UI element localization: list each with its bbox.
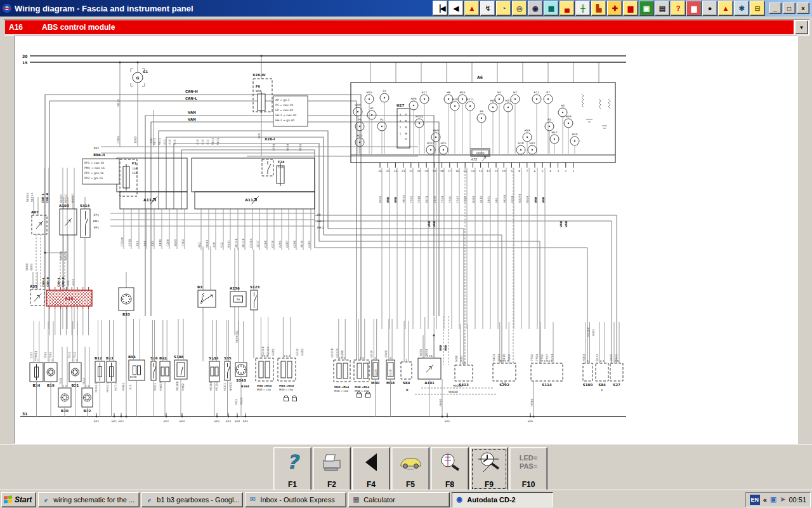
- svg-text:5 3: 5 3: [502, 382, 506, 385]
- task-autodata-cd-2[interactable]: ◉Autodata CD-2: [452, 492, 553, 507]
- car-data-icon[interactable]: ▆: [623, 1, 638, 16]
- nav-first-icon[interactable]: ▕◀: [433, 1, 448, 16]
- task-inbox-outlook-express[interactable]: ✉Inbox - Outlook Express: [245, 492, 346, 507]
- svg-text:M48 =Rhd: M48 =Rhd: [355, 385, 369, 389]
- svg-text:B13: B13: [106, 356, 114, 360]
- help-icon[interactable]: ?: [671, 1, 686, 16]
- svg-text:6291: 6291: [278, 240, 282, 248]
- svg-text:F1: F1: [132, 161, 136, 165]
- documents-icon[interactable]: ▤: [655, 1, 670, 16]
- svg-text:EP2: EP2: [94, 420, 100, 423]
- svg-text:E11: E11: [534, 91, 540, 94]
- task-wiring-schematic-for-the-[interactable]: ewiring schematic for the ...: [38, 492, 140, 507]
- svg-text:MDMC01: MDMC01: [235, 330, 239, 343]
- fn-button-f4[interactable]: F4: [352, 447, 390, 491]
- svg-text:3: 3: [390, 356, 391, 359]
- svg-text:P9: P9: [480, 110, 483, 113]
- svg-text:S84: S84: [403, 381, 410, 385]
- fn-button-f2[interactable]: F2: [313, 447, 351, 491]
- svg-text:7531: 7531: [68, 351, 71, 359]
- truck-icon[interactable]: ▙: [591, 1, 606, 16]
- clock-gauge-icon[interactable]: ◔: [496, 1, 511, 16]
- wiring-diagram-canvas[interactable]: CAN-HCAN-LVANVANA87A103S414A35B33B356A23…: [15, 37, 797, 443]
- fn-button-f10[interactable]: LED=PAS=F10: [509, 447, 547, 491]
- task-label: Autodata CD-2: [467, 496, 515, 504]
- autodata-icon: ◉: [454, 495, 464, 505]
- svg-text:MS110: MS110: [215, 382, 218, 391]
- svg-text:H55: H55: [459, 91, 465, 94]
- svg-text:H20: H20: [452, 98, 457, 101]
- svg-text:439: 439: [213, 242, 216, 248]
- svg-text:9005D: 9005D: [453, 384, 462, 387]
- fn-button-f1[interactable]: ?F1: [273, 447, 311, 491]
- combo-dropdown-button[interactable]: ▼: [795, 20, 808, 34]
- taskbar-clock: 00:51: [789, 496, 806, 504]
- svg-text:P4: P4: [358, 118, 362, 121]
- svg-text:VAN: VAN: [444, 344, 447, 351]
- tool-icon[interactable]: ✚: [607, 1, 622, 16]
- svg-text:XE91: XE91: [511, 196, 514, 203]
- svg-text:H39: H39: [565, 115, 571, 118]
- task-b1-b3-gearboxes-googl-[interactable]: eb1 b3 gearboxes - Googl...: [141, 492, 243, 507]
- svg-text:H6: H6: [447, 91, 450, 94]
- component-selector-combo[interactable]: A16 ABS control module ▼: [4, 19, 809, 36]
- svg-text:A75: A75: [471, 157, 478, 161]
- svg-text:EP3: EP3: [226, 420, 232, 423]
- svg-text:6739: 6739: [128, 239, 131, 246]
- gears-icon[interactable]: ✱: [734, 1, 749, 16]
- svg-text:H117: H117: [427, 142, 435, 145]
- svg-text:9005: 9005: [299, 144, 302, 151]
- fn-button-f5[interactable]: F5: [391, 447, 429, 491]
- svg-text:MF16: MF16: [117, 99, 120, 107]
- svg-text:7533: 7533: [82, 377, 86, 385]
- spark-plug-icon[interactable]: ↯: [480, 1, 495, 16]
- svg-text:S35: S35: [224, 356, 232, 360]
- svg-text:F6: F6: [256, 84, 260, 88]
- svg-text:E11: E11: [422, 91, 428, 94]
- fn-button-f8[interactable]: F8: [431, 447, 469, 491]
- svg-text:6287: 6287: [285, 240, 289, 248]
- tray-chevron[interactable]: «: [763, 496, 767, 504]
- dial-icon[interactable]: ◎: [512, 1, 527, 16]
- battery-icon[interactable]: ⊟: [750, 1, 765, 16]
- nav-back-icon[interactable]: ◀: [449, 1, 464, 16]
- svg-text:H50: H50: [572, 133, 577, 136]
- vehicle-lift-icon[interactable]: ╫: [575, 1, 591, 16]
- copier-icon[interactable]: ▣: [639, 1, 654, 16]
- maximize-button[interactable]: □: [783, 3, 796, 14]
- instrument-gauges-icon[interactable]: ▦: [544, 1, 559, 16]
- cursor-icon[interactable]: ➤: [780, 495, 785, 504]
- start-button[interactable]: Start: [1, 492, 36, 507]
- svg-text:1 6 4: 1 6 4: [284, 354, 291, 358]
- svg-text:15A: 15A: [132, 171, 138, 175]
- svg-text:MD4B: MD4B: [503, 195, 506, 203]
- svg-text:7698: 7698: [417, 196, 421, 203]
- steering-gauge-icon[interactable]: ◉: [528, 1, 543, 16]
- svg-text:X28-I: X28-I: [265, 137, 275, 141]
- language-indicator[interactable]: EN: [750, 495, 760, 505]
- selected-component[interactable]: A16 ABS control module: [5, 20, 794, 34]
- svg-text:2: 2: [400, 126, 402, 129]
- svg-text:5: 5: [542, 170, 544, 173]
- task-calculator[interactable]: ▦Calculator: [348, 492, 450, 507]
- svg-text:415: 415: [151, 241, 154, 246]
- fn-key-label: F1: [288, 480, 297, 489]
- svg-text:H22: H22: [357, 134, 362, 137]
- car-abs-icon[interactable]: ▆: [686, 1, 702, 16]
- svg-text:N4400: N4400: [229, 382, 232, 391]
- car-service-icon[interactable]: ▄: [560, 1, 575, 16]
- fn-button-f9[interactable]: F9: [470, 447, 508, 491]
- network-icon[interactable]: ▣: [770, 495, 776, 504]
- svg-text:EP1: EP1: [94, 153, 100, 156]
- close-button[interactable]: ×: [797, 3, 809, 14]
- svg-text:CAN-L: CAN-L: [185, 97, 197, 100]
- svg-text:4616: 4616: [300, 240, 303, 248]
- minimize-button[interactable]: _: [769, 3, 782, 14]
- bomb-icon[interactable]: ●: [702, 1, 717, 16]
- svg-text:6217A: 6217A: [336, 348, 339, 358]
- warning-signs-icon[interactable]: ▲: [718, 1, 733, 16]
- svg-text:H111: H111: [466, 98, 474, 101]
- svg-text:9005: 9005: [419, 349, 422, 356]
- warning-icon[interactable]: ▲: [464, 1, 480, 16]
- svg-text:H5: H5: [561, 104, 565, 107]
